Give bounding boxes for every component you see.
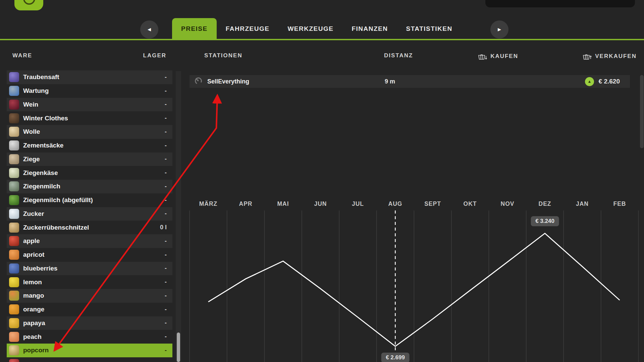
station-distance: 9 m [385,78,395,85]
peach-icon [9,332,19,342]
goods-row[interactable]: orange- [7,303,172,316]
goods-stock-amount: - [165,210,167,217]
goat-icon [9,154,19,164]
goods-row[interactable]: lemon- [7,275,172,289]
goods-row[interactable]: apple- [7,234,172,248]
goods-row[interactable]: Wartung- [7,84,172,98]
chart-month-label: JAN [564,200,601,207]
grape-juice-icon [9,72,19,82]
blueberries-icon [9,263,19,274]
chart-month-label: NOV [489,200,526,207]
goods-row[interactable]: Ziegenmilch (abgefüllt)- [7,193,172,207]
goods-row[interactable]: Wolle- [7,125,172,139]
goods-name: Zuckerrübenschnitzel [23,224,89,231]
game-logo [14,0,43,10]
popcorn-icon [9,345,19,355]
goods-name: Wolle [23,128,40,135]
station-name: SellEverything [207,78,249,85]
chart-month-label: JUN [302,200,339,207]
chart-month-label: OKT [452,200,489,207]
apricot-icon [9,250,19,260]
goods-stock-amount: - [165,128,167,135]
goods-name: Ziegenmilch (abgefüllt) [23,196,93,204]
chart-month-label: FEB [601,200,638,207]
left-arrow-icon: ◀ [148,27,151,32]
tab-werkzeuge[interactable]: WERKZEUGE [278,18,342,39]
tab-finanzen[interactable]: FINANZEN [342,18,397,39]
hud-money-bar [485,0,635,7]
previous-tab-button[interactable]: ◀ [140,20,158,39]
goods-row[interactable]: Winter Clothes- [7,111,172,125]
goods-row[interactable]: popcorn- [7,344,172,357]
goods-name: peach [23,333,42,341]
bottled-goat-milk-icon [9,195,19,205]
goods-row[interactable] [7,357,172,362]
goods-name: lemon [23,279,42,286]
winter-coat-icon [9,113,19,123]
tab-underline [0,39,644,40]
column-header-ware: WARE [12,52,32,59]
goods-row[interactable]: mango- [7,289,172,303]
basket-down-icon [477,52,487,60]
orange-icon [9,304,19,314]
goods-stock-amount: - [165,306,167,313]
goods-stock-amount: - [165,238,167,245]
goods-name: Zucker [23,210,44,218]
column-header-distanz: DISTANZ [384,52,413,59]
column-header-verkaufen[interactable]: VERKAUFEN [582,52,637,60]
wine-bottle-icon [9,100,19,110]
beet-pulp-icon [9,223,19,233]
next-tab-button[interactable]: ▶ [490,20,508,39]
tab-preise[interactable]: PREISE [172,18,217,39]
goods-name: apple [23,237,40,245]
goods-row[interactable]: Zementsäcke- [7,139,172,153]
goods-stock-amount: - [165,292,167,299]
chart-price-label: € 3.240 [531,216,559,226]
goods-row[interactable]: Ziegenmilch- [7,180,172,193]
tab-statistiken[interactable]: STATISTIKEN [397,18,461,39]
goods-name: Ziegenkäse [23,169,58,177]
tab-fahrzeuge[interactable]: FAHRZEUGE [217,18,279,39]
goods-name: Wartung [23,87,49,95]
goods-row[interactable]: Zucker- [7,207,172,221]
goods-row[interactable]: Wein- [7,98,172,112]
goods-stock-amount: - [165,156,167,163]
cement-bag-icon [9,140,19,150]
goods-stock-amount: - [165,183,167,190]
chart-month-label: AUG [377,200,414,207]
sugar-cubes-icon [9,209,19,219]
chart-month-label: MÄRZ [190,200,227,207]
goods-row[interactable]: Ziegenkäse- [7,166,172,180]
goods-row[interactable]: papaya- [7,316,172,330]
sell-point-icon [194,76,203,87]
goods-stock-amount: - [165,115,167,122]
goods-name: Ziegenmilch [23,183,60,190]
goods-row[interactable]: peach- [7,330,172,344]
stations-list: SellEverything 9 m ▲ € 2.620 [190,75,630,88]
column-header-stationen: STATIONEN [204,52,243,59]
basket-up-icon [582,52,592,60]
goods-row[interactable]: Ziege- [7,153,172,166]
goods-stock-amount: - [165,251,167,258]
column-header-lager: LAGER [143,52,167,59]
chart-month-label: DEZ [527,200,564,207]
logo-ring-icon [23,0,35,5]
goods-name: popcorn [23,347,49,354]
goods-scrollbar-thumb[interactable] [177,333,180,362]
papaya-icon [9,318,19,328]
goods-stock-amount: - [165,197,167,204]
maintenance-tools-icon [9,86,19,96]
apple-icon [9,236,19,246]
goods-name: Ziege [23,156,40,163]
lemon-icon [9,277,19,287]
goods-row[interactable]: blueberries- [7,262,172,276]
station-price: € 2.620 [599,78,620,85]
fruit-icon [9,359,19,362]
stations-scrollbar-thumb[interactable] [640,75,644,148]
station-row[interactable]: SellEverything 9 m ▲ € 2.620 [190,75,630,88]
column-header-kaufen[interactable]: KAUFEN [477,52,518,60]
goods-row[interactable]: Zuckerrübenschnitzel0 l [7,221,172,234]
goods-name: papaya [23,319,45,327]
goods-row[interactable]: apricot- [7,248,172,262]
goods-row[interactable]: Traubensaft- [7,70,172,84]
